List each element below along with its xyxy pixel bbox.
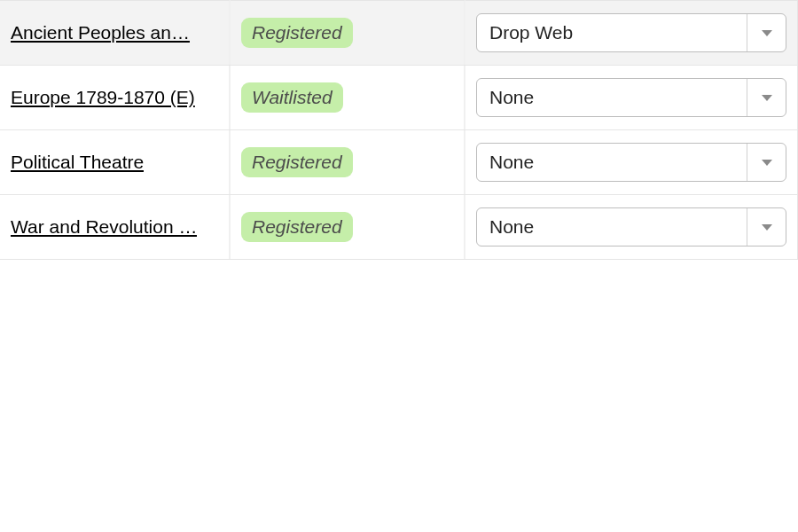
cell-status: Registered (231, 195, 466, 259)
dropdown-arrow-box (747, 144, 786, 181)
table-row: Europe 1789-1870 (E) Waitlisted None (0, 66, 798, 130)
status-badge: Waitlisted (241, 82, 343, 113)
action-dropdown-value: None (477, 87, 747, 108)
dropdown-arrow-box (747, 208, 786, 246)
action-dropdown[interactable]: None (476, 78, 786, 117)
status-badge: Registered (241, 212, 353, 242)
table-row: Ancient Peoples an… Registered Drop Web (0, 0, 798, 66)
cell-status: Registered (231, 0, 466, 65)
chevron-down-icon (762, 95, 772, 101)
chevron-down-icon (762, 224, 772, 231)
status-badge: Registered (241, 18, 353, 48)
cell-status: Waitlisted (231, 66, 466, 129)
action-dropdown[interactable]: None (476, 143, 786, 182)
action-dropdown-value: Drop Web (477, 22, 747, 43)
cell-course-title: Political Theatre (0, 130, 231, 194)
cell-action: Drop Web (466, 0, 798, 65)
action-dropdown-value: None (477, 216, 747, 238)
course-registration-table: Ancient Peoples an… Registered Drop Web … (0, 0, 798, 260)
action-dropdown[interactable]: None (476, 207, 786, 246)
cell-course-title: War and Revolution … (0, 195, 231, 259)
course-link[interactable]: Europe 1789-1870 (E) (11, 87, 195, 108)
cell-action: None (466, 130, 798, 194)
cell-course-title: Europe 1789-1870 (E) (0, 66, 231, 129)
course-link[interactable]: War and Revolution … (11, 216, 197, 238)
course-link[interactable]: Political Theatre (11, 152, 144, 173)
course-link[interactable]: Ancient Peoples an… (11, 22, 190, 43)
action-dropdown[interactable]: Drop Web (476, 13, 786, 52)
cell-status: Registered (231, 130, 466, 194)
action-dropdown-value: None (477, 152, 747, 173)
cell-action: None (466, 66, 798, 129)
chevron-down-icon (762, 160, 772, 166)
dropdown-arrow-box (747, 14, 786, 51)
cell-action: None (466, 195, 798, 259)
dropdown-arrow-box (747, 79, 786, 116)
chevron-down-icon (762, 30, 772, 36)
table-row: War and Revolution … Registered None (0, 195, 798, 260)
table-row: Political Theatre Registered None (0, 130, 798, 195)
cell-course-title: Ancient Peoples an… (0, 0, 231, 65)
status-badge: Registered (241, 147, 353, 177)
